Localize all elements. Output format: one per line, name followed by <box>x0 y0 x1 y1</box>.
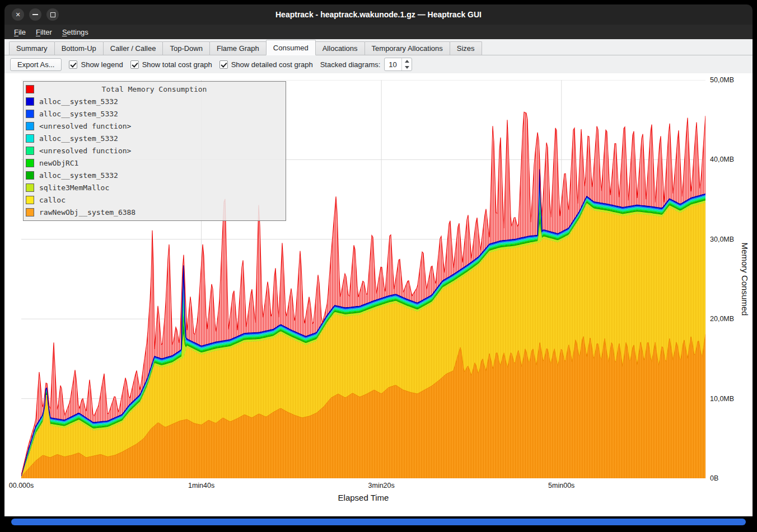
checkbox-group: Show legendShow total cost graphShow det… <box>69 60 312 69</box>
legend-item: alloc__system_5332 <box>26 169 283 181</box>
legend-total-swatch <box>26 85 34 93</box>
legend-label: alloc__system_5332 <box>39 134 118 143</box>
tab-consumed[interactable]: Consumed <box>266 40 316 55</box>
toolbar: Export As... Show legendShow total cost … <box>4 55 753 73</box>
checkbox-label: Show legend <box>81 60 123 69</box>
x-axis-title: Elapsed Time <box>338 493 389 502</box>
y-tick-label: 10,0MB <box>710 395 734 403</box>
y-tick-label: 40,0MB <box>710 156 734 163</box>
legend-swatch <box>26 97 34 106</box>
maximize-button[interactable] <box>46 8 59 21</box>
legend-swatch <box>26 196 34 204</box>
spin-down-icon <box>405 66 409 69</box>
minimize-button[interactable] <box>29 8 41 21</box>
y-tick-label: 0B <box>710 474 718 482</box>
chart-legend: Total Memory Consumption alloc__system_5… <box>23 81 286 221</box>
tab-flame-graph[interactable]: Flame Graph <box>209 41 267 55</box>
timeline-scrollbar[interactable] <box>11 519 746 525</box>
desktop-background: ✕ Heaptrack - heaptrack.wakunode.1.gz — … <box>0 0 757 532</box>
legend-label: rawNewObj__system_6388 <box>39 208 135 216</box>
spin-up-icon <box>405 60 409 63</box>
titlebar: ✕ Heaptrack - heaptrack.wakunode.1.gz — … <box>4 4 753 25</box>
tab-sizes[interactable]: Sizes <box>450 41 482 55</box>
legend-item: <unresolved function> <box>26 120 283 132</box>
stacked-diagrams-spinbox[interactable]: 10 <box>384 58 412 71</box>
legend-label: <unresolved function> <box>39 122 131 130</box>
legend-swatch <box>26 159 34 167</box>
legend-item: <unresolved function> <box>26 144 283 157</box>
y-tick-label: 50,0MB <box>710 76 734 84</box>
x-tick-label: 00.000s <box>9 482 34 489</box>
app-window: ✕ Heaptrack - heaptrack.wakunode.1.gz — … <box>4 4 753 528</box>
y-tick-label: 30,0MB <box>710 236 734 243</box>
chart-area: Total Memory Consumption alloc__system_5… <box>4 73 753 516</box>
legend-item: rawNewObj__system_6388 <box>26 206 283 218</box>
checkbox-label: Show detailed cost graph <box>231 60 313 69</box>
legend-label: sqlite3MemMalloc <box>39 183 109 192</box>
legend-item: alloc__system_5332 <box>26 95 283 107</box>
stacked-diagrams-control: Stacked diagrams: 10 <box>320 58 413 71</box>
menu-filter[interactable]: Filter <box>31 26 57 38</box>
spinbox-arrows <box>401 58 412 70</box>
tab-allocations[interactable]: Allocations <box>315 41 365 55</box>
checkbox-box[interactable] <box>69 60 77 69</box>
checkbox-box[interactable] <box>130 60 139 69</box>
legend-title: Total Memory Consumption <box>39 85 269 93</box>
close-button[interactable]: ✕ <box>12 8 24 21</box>
spin-down-button[interactable] <box>402 64 412 70</box>
tab-temporary-allocations[interactable]: Temporary Allocations <box>365 41 450 55</box>
close-icon: ✕ <box>15 12 20 18</box>
legend-swatch <box>26 134 34 143</box>
export-as-button[interactable]: Export As... <box>10 58 62 71</box>
legend-swatch <box>26 208 34 216</box>
checkbox-box[interactable] <box>219 60 228 69</box>
legend-label: alloc__system_5332 <box>39 97 118 106</box>
menu-file[interactable]: File <box>9 26 31 38</box>
legend-title-row: Total Memory Consumption <box>26 83 283 95</box>
maximize-icon <box>50 12 55 17</box>
x-tick-label: 1min40s <box>188 482 214 489</box>
stacked-diagrams-label: Stacked diagrams: <box>320 60 381 69</box>
menubar: FileFilterSettings <box>4 25 753 39</box>
window-title: Heaptrack - heaptrack.wakunode.1.gz — He… <box>4 10 753 19</box>
legend-item: alloc__system_5332 <box>26 107 283 120</box>
tab-caller-callee[interactable]: Caller / Callee <box>103 41 163 55</box>
legend-swatch <box>26 147 34 155</box>
checkbox-show-total-cost-graph[interactable]: Show total cost graph <box>130 60 212 69</box>
legend-swatch <box>26 183 34 192</box>
y-axis-title: Memory Consumed <box>740 243 750 316</box>
legend-label: alloc__system_5332 <box>39 110 118 118</box>
window-controls: ✕ <box>4 8 59 21</box>
checkbox-label: Show total cost graph <box>142 60 212 69</box>
x-tick-label: 5min00s <box>548 482 574 489</box>
legend-item: sqlite3MemMalloc <box>26 181 283 194</box>
tab-top-down[interactable]: Top-Down <box>162 41 210 55</box>
tab-summary[interactable]: Summary <box>9 41 55 55</box>
legend-item: newObjRC1 <box>26 157 283 169</box>
window-bottom-strip <box>4 516 753 528</box>
checkbox-show-detailed-cost-graph[interactable]: Show detailed cost graph <box>219 60 313 69</box>
tab-bar: SummaryBottom-UpCaller / CalleeTop-DownF… <box>4 39 753 55</box>
spinbox-value[interactable]: 10 <box>385 58 401 70</box>
spin-up-button[interactable] <box>402 58 412 64</box>
legend-item: alloc__system_5332 <box>26 132 283 144</box>
legend-label: newObjRC1 <box>39 159 78 167</box>
legend-swatch <box>26 110 34 118</box>
checkbox-show-legend[interactable]: Show legend <box>69 60 123 69</box>
legend-label: <unresolved function> <box>39 147 131 155</box>
legend-label: alloc__system_5332 <box>39 171 118 180</box>
minimize-icon <box>32 14 38 15</box>
legend-label: calloc <box>39 196 66 204</box>
tab-bottom-up[interactable]: Bottom-Up <box>54 41 104 55</box>
legend-swatch <box>26 171 34 180</box>
legend-item: calloc <box>26 194 283 206</box>
legend-swatch <box>26 122 34 130</box>
menu-settings[interactable]: Settings <box>57 26 94 38</box>
y-tick-label: 20,0MB <box>710 315 734 323</box>
x-tick-label: 3min20s <box>368 482 395 489</box>
